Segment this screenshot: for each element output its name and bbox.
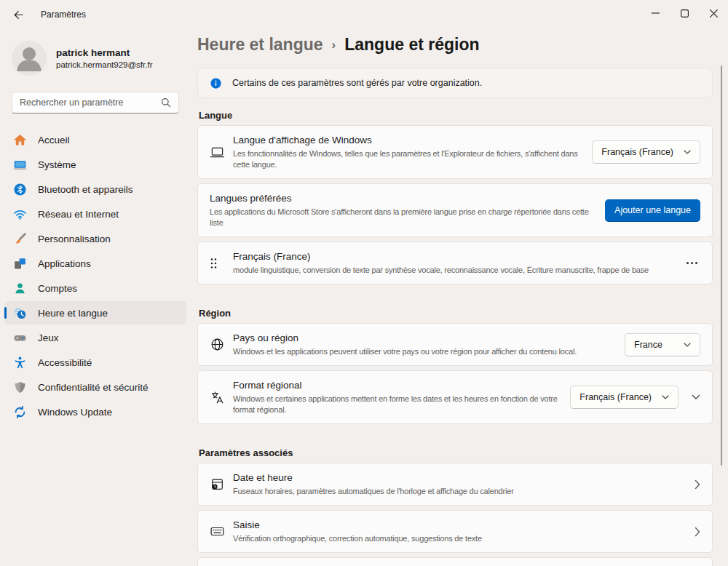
date-time-card[interactable]: Date et heure Fuseaux horaires, paramètr… <box>197 463 713 506</box>
sidebar-item-label: Heure et langue <box>38 308 108 319</box>
breadcrumb-separator: › <box>332 38 336 52</box>
personalization-icon <box>13 232 27 246</box>
setting-description: Les fonctionnalités de Windows, telles q… <box>233 148 582 170</box>
chevron-down-icon <box>684 150 691 154</box>
preferred-languages-card: Langues préférées Les applications du Mi… <box>197 183 713 237</box>
maximize-button[interactable] <box>670 0 699 26</box>
time-language-icon <box>13 306 27 320</box>
display-icon <box>210 145 233 160</box>
setting-description: Windows et certaines applications metten… <box>233 394 560 415</box>
sidebar-item-confidentialite[interactable]: Confidentialité et sécurité <box>4 375 186 399</box>
setting-description: Windows et les applications peuvent util… <box>233 346 614 357</box>
section-label-langue: Langue <box>199 103 711 121</box>
accessibility-icon <box>13 356 27 370</box>
sidebar-item-label: Système <box>38 159 76 170</box>
close-icon <box>710 9 718 17</box>
setting-title: Date et heure <box>233 471 684 485</box>
maximize-icon <box>681 9 689 17</box>
sidebar-item-reseau[interactable]: Réseau et Internet <box>4 202 186 226</box>
drag-handle-icon[interactable] <box>210 258 233 269</box>
system-icon <box>13 158 27 172</box>
sidebar-item-windows-update[interactable]: Windows Update <box>4 400 186 423</box>
page-title: Langue et région <box>344 35 479 55</box>
display-language-dropdown[interactable]: Français (France) <box>592 140 700 164</box>
info-icon <box>210 78 221 89</box>
windows-update-icon <box>13 405 27 419</box>
calendar-clock-icon <box>210 477 233 492</box>
sidebar-item-label: Applications <box>38 258 91 269</box>
setting-description: Les applications du Microsoft Store s'af… <box>210 207 598 228</box>
avatar <box>12 41 47 76</box>
managed-info-banner: Certains de ces paramètres sont gérés pa… <box>197 68 713 98</box>
typing-card[interactable]: Saisie Vérification orthographique, corr… <box>197 510 713 553</box>
sidebar-item-heure-et-langue[interactable]: Heure et langue <box>4 301 186 324</box>
sidebar-item-personnalisation[interactable]: Personnalisation <box>4 227 186 250</box>
back-button[interactable] <box>6 4 31 25</box>
sidebar-item-systeme[interactable]: Système <box>4 153 186 176</box>
sidebar-item-label: Bluetooth et appareils <box>38 184 133 195</box>
accounts-icon <box>13 282 27 295</box>
minimize-icon <box>652 12 660 14</box>
country-region-card: Pays ou région Windows et les applicatio… <box>197 323 713 366</box>
titlebar: Paramètres <box>0 0 728 29</box>
section-label-parametres-associes: Paramètres associés <box>199 429 711 458</box>
minimize-button[interactable] <box>641 0 670 26</box>
sidebar-item-bluetooth[interactable]: Bluetooth et appareils <box>4 178 186 201</box>
sidebar-item-label: Accueil <box>38 135 70 146</box>
expand-chevron-icon[interactable] <box>692 394 700 400</box>
dropdown-value: Français (France) <box>579 392 652 402</box>
chevron-right-icon <box>695 479 700 490</box>
window-controls <box>641 0 728 26</box>
banner-text: Certains de ces paramètres sont gérés pa… <box>232 78 482 88</box>
keyboard-icon <box>210 524 233 539</box>
search-input[interactable]: Rechercher un paramètre <box>12 92 179 113</box>
regional-format-card: Format régional Windows et certaines app… <box>197 370 713 424</box>
sidebar-item-label: Comptes <box>38 283 77 294</box>
sidebar-item-accessibilite[interactable]: Accessibilité <box>4 351 186 374</box>
sidebar-item-label: Personnalisation <box>38 234 111 244</box>
translate-icon <box>210 390 233 405</box>
sidebar-item-label: Confidentialité et sécurité <box>38 382 149 393</box>
setting-description: Vérification orthographique, correction … <box>233 533 684 544</box>
breadcrumb-parent[interactable]: Heure et langue <box>197 35 323 55</box>
sidebar-item-label: Réseau et Internet <box>38 209 119 220</box>
language-item-card: Français (France) module linguistique, c… <box>197 242 713 284</box>
setting-title: Pays ou région <box>233 332 614 345</box>
dropdown-value: France <box>634 340 662 350</box>
dropdown-value: Français (France) <box>601 147 673 157</box>
country-dropdown[interactable]: France <box>625 333 700 356</box>
sidebar-item-jeux[interactable]: Jeux <box>4 326 186 349</box>
apps-icon <box>13 257 27 271</box>
admin-language-card[interactable]: Administration des paramètres de la lang… <box>197 557 713 566</box>
chevron-down-icon <box>684 343 691 347</box>
sidebar-item-label: Windows Update <box>38 407 112 418</box>
bluetooth-icon <box>13 183 27 196</box>
privacy-icon <box>13 380 27 394</box>
chevron-down-icon <box>662 395 669 399</box>
sidebar: patrick hermant patrick.hermant929@sfr.f… <box>0 33 191 425</box>
gaming-icon <box>13 331 27 345</box>
breadcrumb: Heure et langue › Langue et région <box>197 35 713 55</box>
globe-icon <box>210 337 233 352</box>
sidebar-item-comptes[interactable]: Comptes <box>4 276 186 300</box>
main-content: Heure et langue › Langue et région Certa… <box>197 29 713 566</box>
regional-format-dropdown[interactable]: Français (France) <box>570 386 678 409</box>
setting-title: Saisie <box>233 519 684 532</box>
user-account[interactable]: patrick hermant patrick.hermant929@sfr.f… <box>0 33 191 86</box>
sidebar-item-applications[interactable]: Applications <box>4 252 186 275</box>
sidebar-nav: Accueil Système Bluetooth et appareils R… <box>0 113 191 423</box>
search-icon <box>161 97 171 108</box>
add-language-button[interactable]: Ajouter une langue <box>605 199 700 222</box>
sidebar-item-accueil[interactable]: Accueil <box>4 128 186 151</box>
display-language-card: Langue d'affichage de Windows Les foncti… <box>197 125 713 179</box>
setting-description: Fuseaux horaires, paramètres automatique… <box>233 486 684 497</box>
sidebar-item-label: Accessibilité <box>38 357 92 368</box>
language-item-description: module linguistique, conversion de texte… <box>233 265 673 276</box>
setting-title: Langues préférées <box>210 192 598 205</box>
app-title: Paramètres <box>41 9 86 20</box>
chevron-right-icon <box>695 527 700 537</box>
scrollbar[interactable] <box>721 65 722 466</box>
close-button[interactable] <box>699 0 728 26</box>
home-icon <box>13 133 27 147</box>
more-options-icon[interactable] <box>684 258 700 268</box>
